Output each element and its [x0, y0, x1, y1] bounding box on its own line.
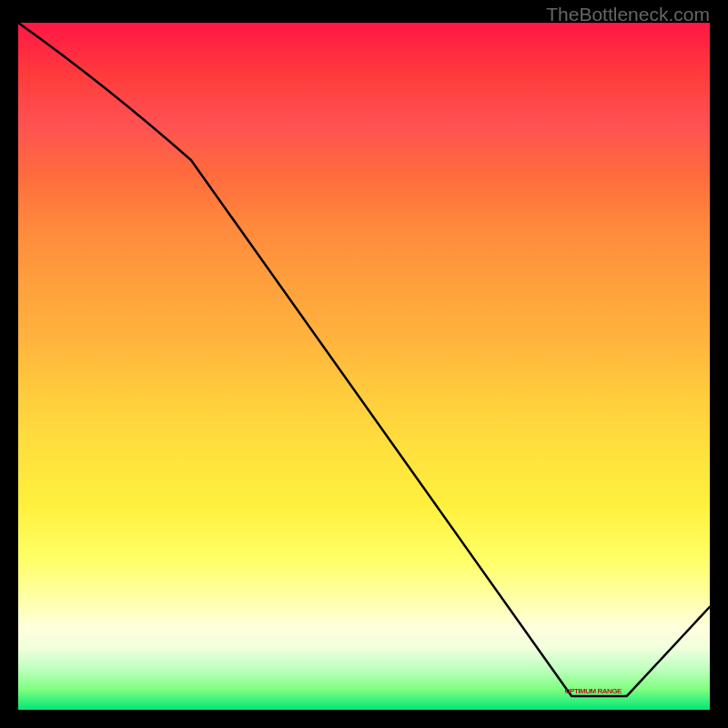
watermark-text: TheBottleneck.com	[546, 4, 710, 25]
chart-line	[18, 23, 710, 710]
chart-plot-area: OPTIMUM RANGE	[18, 23, 710, 710]
optimum-range-label: OPTIMUM RANGE	[564, 687, 621, 695]
